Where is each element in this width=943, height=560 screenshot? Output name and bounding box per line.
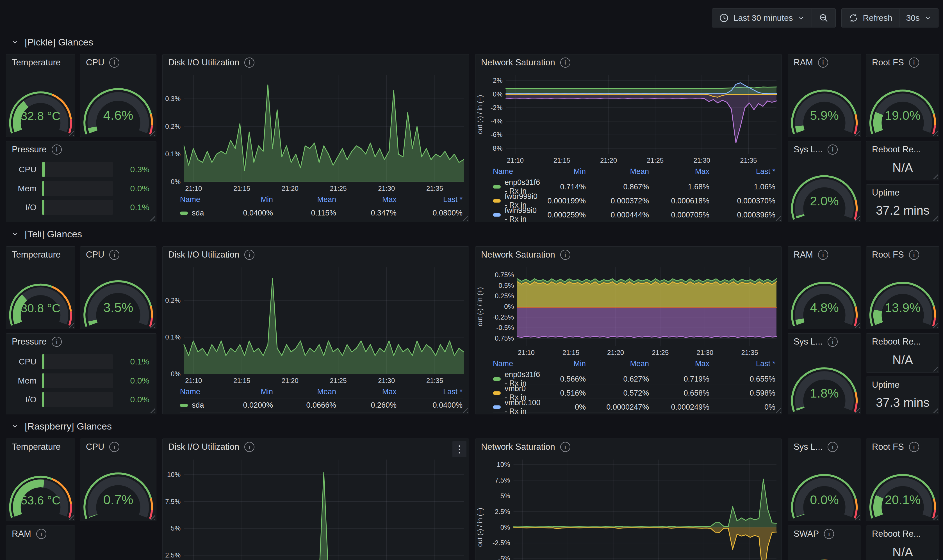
legend-col-max[interactable]: Max (649, 359, 709, 368)
info-icon[interactable]: i (36, 529, 46, 539)
panel-ram: RAMi (6, 526, 75, 560)
series-toggle[interactable]: vmbr0.100 - Rx in (493, 398, 529, 416)
panel-header[interactable]: Reboot Re... (866, 526, 939, 542)
zoom-out-button[interactable] (812, 9, 835, 27)
panel-disk-io: Disk I/O Utilizationi ⋮ 21:1021:1521:202… (162, 438, 469, 560)
info-icon[interactable]: i (52, 337, 62, 347)
legend-col-mean[interactable]: Mean (273, 388, 336, 396)
info-icon[interactable]: i (827, 442, 838, 452)
svg-text:5%: 5% (500, 492, 510, 500)
panel-header[interactable]: RAMi (788, 54, 861, 71)
panel-header[interactable]: CPUi (80, 439, 156, 455)
info-icon[interactable]: i (818, 57, 828, 68)
legend-col-max[interactable]: Max (649, 167, 709, 176)
legend-col-mean[interactable]: Mean (586, 167, 649, 176)
info-icon[interactable]: i (560, 250, 570, 260)
panel-header[interactable]: Disk I/O Utilizationi (163, 54, 469, 71)
legend-col-min[interactable]: Min (217, 388, 273, 396)
info-icon[interactable]: i (909, 442, 919, 452)
legend-col-name[interactable]: Name (493, 167, 529, 176)
section-title: [Pickle] Glances (25, 37, 93, 48)
panel-header[interactable]: Pressurei (6, 142, 156, 158)
panel-header[interactable]: Disk I/O Utilizationi (163, 439, 469, 455)
legend-col-min[interactable]: Min (217, 195, 273, 204)
info-icon[interactable]: i (244, 250, 255, 260)
series-toggle[interactable]: sda (180, 209, 217, 217)
panel-header[interactable]: Sys L...i (788, 142, 861, 158)
panel-header[interactable]: CPUi (80, 54, 156, 71)
legend-col-name[interactable]: Name (180, 195, 217, 204)
legend-col-last[interactable]: Last * (709, 359, 775, 368)
panel-header[interactable]: Root FSi (866, 439, 939, 455)
legend-col-last[interactable]: Last * (397, 195, 463, 204)
pressure-row-mem: Mem0.0% (13, 374, 150, 388)
panel-header[interactable]: Disk I/O Utilizationi (163, 247, 469, 263)
legend-col-name[interactable]: Name (180, 388, 217, 396)
info-icon[interactable]: i (909, 250, 919, 260)
panel-header[interactable]: Temperature (6, 439, 75, 455)
legend-col-min[interactable]: Min (529, 167, 586, 176)
legend-col-last[interactable]: Last * (709, 167, 775, 176)
panel-title-text: CPU (86, 250, 104, 260)
info-icon[interactable]: i (109, 250, 119, 260)
info-icon[interactable]: i (109, 57, 119, 68)
panel-header[interactable]: RAMi (788, 247, 861, 263)
info-icon[interactable]: i (109, 442, 119, 452)
info-icon[interactable]: i (827, 337, 838, 347)
panel-header[interactable]: Sys L...i (788, 334, 861, 350)
panel-header[interactable]: SWAPi (788, 526, 861, 542)
svg-text:21:35: 21:35 (426, 377, 443, 385)
series-last: 0% (709, 403, 775, 412)
section-header-teli[interactable]: [Teli] Glances (11, 228, 82, 240)
info-icon[interactable]: i (244, 442, 255, 452)
panel-header[interactable]: RAMi (6, 526, 75, 542)
panel-header[interactable]: Network Saturationi (475, 54, 781, 71)
panel-header[interactable]: Temperature (6, 54, 75, 71)
panel-title-text: Network Saturation (481, 57, 555, 68)
panel-header[interactable]: Sys L...i (788, 439, 861, 455)
panel-header[interactable]: Root FSi (866, 54, 939, 71)
series-swatch (180, 212, 188, 215)
info-icon[interactable]: i (560, 442, 570, 452)
info-icon[interactable]: i (52, 145, 62, 155)
panel-header[interactable]: Network Saturationi (475, 439, 781, 455)
svg-text:21:15: 21:15 (233, 377, 250, 385)
panel-header[interactable]: Reboot Re... (866, 334, 939, 350)
svg-text:0.0%: 0.0% (810, 493, 838, 507)
legend-col-mean[interactable]: Mean (273, 195, 336, 204)
info-icon[interactable]: i (824, 529, 834, 539)
svg-text:21:20: 21:20 (282, 377, 298, 385)
legend-col-mean[interactable]: Mean (586, 359, 649, 368)
pressure-bars: CPU0.3% Mem0.0% I/O0.1% (6, 158, 156, 222)
section-header-raspberry[interactable]: [Raspberry] Glances (11, 420, 112, 432)
section-header-pickle[interactable]: [Pickle] Glances (11, 36, 93, 48)
info-icon[interactable]: i (909, 57, 919, 68)
panel-header[interactable]: Uptime (866, 377, 939, 393)
panel-header[interactable]: Network Saturationi (475, 247, 781, 263)
refresh-button[interactable]: Refresh (842, 9, 899, 27)
panel-header[interactable]: Pressurei (6, 334, 156, 350)
series-toggle[interactable]: fwln999i0 - Rx in (493, 206, 529, 224)
panel-header[interactable]: Temperature (6, 247, 75, 263)
info-icon[interactable]: i (560, 57, 570, 68)
info-icon[interactable]: i (827, 145, 838, 155)
panel-menu-icon[interactable]: ⋮ (452, 441, 466, 457)
info-icon[interactable]: i (818, 250, 828, 260)
panel-header[interactable]: Root FSi (866, 247, 939, 263)
refresh-label: Refresh (863, 13, 892, 23)
time-range-label: Last 30 minutes (733, 13, 793, 23)
legend-col-name[interactable]: Name (493, 359, 529, 368)
refresh-interval-button[interactable]: 30s (899, 9, 938, 27)
legend-col-max[interactable]: Max (336, 388, 397, 396)
panel-header[interactable]: Uptime (866, 185, 939, 201)
legend-col-max[interactable]: Max (336, 195, 397, 204)
panel-header[interactable]: Reboot Re... (866, 142, 939, 158)
info-icon[interactable]: i (244, 57, 255, 68)
legend-col-last[interactable]: Last * (397, 388, 463, 396)
panel-header[interactable]: CPUi (80, 247, 156, 263)
svg-text:2.5%: 2.5% (165, 551, 181, 559)
legend-col-min[interactable]: Min (529, 359, 586, 368)
series-toggle[interactable]: sda (180, 401, 217, 409)
svg-text:0.1%: 0.1% (165, 333, 181, 341)
time-range-button[interactable]: Last 30 minutes (712, 9, 812, 27)
